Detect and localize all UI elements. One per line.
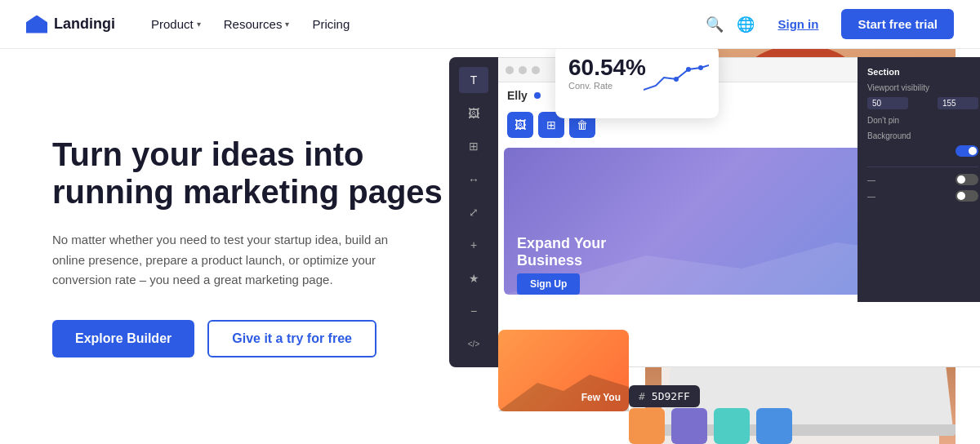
hash-symbol: # bbox=[639, 390, 645, 402]
navbar: Landingi Product ▾ Resources ▾ Pricing 🔍… bbox=[0, 0, 980, 49]
dot-3 bbox=[532, 66, 540, 74]
svg-point-0 bbox=[674, 77, 679, 82]
right-panel-row-1 bbox=[867, 97, 978, 109]
background-toggle[interactable] bbox=[956, 145, 978, 157]
orange-card-text: Few You bbox=[581, 392, 621, 403]
swatch-orange[interactable] bbox=[629, 408, 665, 444]
hero-right: 60.54% Conv. Rate T 🖼 ⊞ ↔ ⤢ + ★ − < bbox=[449, 49, 980, 444]
width-input[interactable] bbox=[867, 97, 908, 109]
bg-label: Background bbox=[867, 131, 978, 140]
right-properties-panel: Section Viewport visibility Don't pin Ba… bbox=[858, 57, 980, 302]
sign-in-button[interactable]: Sign in bbox=[768, 11, 828, 38]
search-button[interactable]: 🔍 bbox=[706, 16, 724, 33]
svg-point-2 bbox=[698, 65, 703, 70]
color-hex-card: # 5D92FF bbox=[629, 385, 700, 407]
toggle-2[interactable] bbox=[956, 174, 978, 185]
hero-description: No matter whether you need to test your … bbox=[52, 230, 412, 291]
toggle-3[interactable] bbox=[956, 190, 978, 202]
canvas-signup-btn[interactable]: Sign Up bbox=[517, 273, 580, 295]
language-button[interactable]: 🌐 bbox=[737, 16, 755, 33]
hero-title: Turn your ideas into running marketing p… bbox=[52, 135, 477, 211]
logo-icon bbox=[26, 16, 47, 33]
right-panel-title: Section bbox=[867, 67, 978, 77]
ui-composite: 60.54% Conv. Rate T 🖼 ⊞ ↔ ⤢ + ★ − < bbox=[449, 49, 980, 444]
chevron-down-icon: ▾ bbox=[285, 20, 289, 29]
nav-resources[interactable]: Resources ▾ bbox=[214, 11, 300, 38]
dot-2 bbox=[519, 66, 527, 74]
toggle-row: — bbox=[867, 175, 875, 184]
conversion-chart bbox=[644, 61, 709, 94]
hex-value: 5D92FF bbox=[652, 390, 690, 402]
start-trial-button[interactable]: Start free trial bbox=[841, 9, 954, 39]
section-text: Expand Your Business bbox=[517, 235, 606, 270]
dot-1 bbox=[506, 66, 514, 74]
viewport-label: Viewport visibility bbox=[867, 83, 978, 92]
svg-point-1 bbox=[686, 67, 691, 72]
image-tool[interactable]: 🖼 bbox=[459, 100, 488, 126]
nav-pricing[interactable]: Pricing bbox=[302, 11, 359, 38]
elly-label: Elly bbox=[507, 89, 528, 102]
hero-left: Turn your ideas into running marketing p… bbox=[52, 135, 477, 357]
text-tool[interactable]: T bbox=[459, 67, 488, 93]
explore-builder-button[interactable]: Explore Builder bbox=[52, 320, 194, 357]
nav-links: Product ▾ Resources ▾ Pricing bbox=[141, 11, 706, 38]
conversion-rate-card: 60.54% Conv. Rate bbox=[555, 49, 719, 118]
height-input[interactable] bbox=[938, 97, 978, 109]
swatch-purple[interactable] bbox=[671, 408, 707, 444]
nav-right: 🔍 🌐 Sign in Start free trial bbox=[706, 9, 954, 39]
nav-product[interactable]: Product ▾ bbox=[141, 11, 211, 38]
swatch-blue[interactable] bbox=[756, 408, 792, 444]
logo[interactable]: Landingi bbox=[26, 16, 115, 33]
hero-section: Turn your ideas into running marketing p… bbox=[0, 49, 980, 444]
toggle-row-2: — bbox=[867, 192, 875, 201]
color-swatches bbox=[629, 408, 792, 444]
canvas-image-btn[interactable]: 🖼 bbox=[507, 112, 533, 138]
elly-dot bbox=[534, 92, 541, 99]
dont-pin-label: Don't pin bbox=[867, 116, 978, 125]
swatch-teal[interactable] bbox=[714, 408, 750, 444]
try-for-free-button[interactable]: Give it a try for free bbox=[207, 320, 376, 357]
orange-card: Few You bbox=[498, 330, 629, 411]
hero-buttons: Explore Builder Give it a try for free bbox=[52, 320, 477, 357]
logo-text: Landingi bbox=[54, 16, 115, 33]
chevron-down-icon: ▾ bbox=[197, 20, 201, 29]
